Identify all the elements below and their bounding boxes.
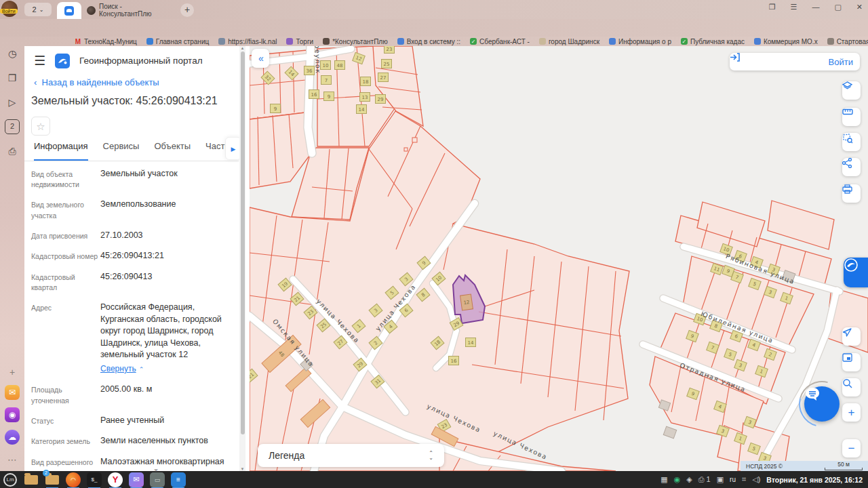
building: 14 — [357, 105, 367, 114]
scrollbar-thumb[interactable] — [241, 52, 245, 434]
road — [308, 46, 312, 153]
bookmark-item[interactable]: Торги — [286, 38, 313, 45]
volume-icon[interactable]: ◁) — [752, 475, 760, 484]
minimap-button[interactable] — [842, 353, 861, 371]
messenger-icon[interactable]: ◉ — [5, 407, 20, 422]
building-number: 13 — [362, 95, 368, 100]
field-row: Дата присвоения27.10.2003 — [31, 230, 239, 242]
bookmark-item[interactable]: МТехноКад-Муниц — [75, 38, 137, 45]
tab-nspd[interactable] — [57, 2, 81, 19]
building-number: 23 — [387, 47, 393, 52]
street-label: переулок — [313, 46, 322, 75]
cloud-icon[interactable]: ☁ — [5, 430, 20, 445]
bookmark-item[interactable]: Коммерция МО.х — [754, 38, 818, 45]
collapse-address-link[interactable]: Свернуть⌃ — [100, 363, 144, 375]
more-apps-icon[interactable]: ⋯ — [5, 452, 20, 467]
firefox-button[interactable]: ◠ — [66, 472, 81, 487]
tray-printer-icon[interactable]: ⎙ 1 — [698, 475, 711, 484]
bookmark-item[interactable]: *КонсультантПлю — [323, 38, 388, 45]
panel-scrollbar[interactable]: ▲ ▼ — [239, 46, 245, 471]
minimize-icon[interactable]: — — [812, 3, 819, 12]
map-canvas[interactable]: 3214361048127169181314923252729910835364… — [250, 46, 868, 471]
tab-Сервисы[interactable]: Сервисы — [103, 141, 140, 161]
bookmark-item[interactable]: Стартовая стран — [827, 38, 868, 45]
bookmark-favicon — [286, 38, 293, 45]
taskbar: Lm 2 ◠ $_ Y ✉ ▭ ≡ ▦ ◉ ◈ ⎙ 1 ▣ ru ⌗ ◁) Вт… — [0, 471, 868, 488]
video-icon[interactable]: ▷ — [5, 95, 20, 110]
yandex-mail-icon[interactable]: ✉ — [5, 385, 20, 400]
legend-label: Легенда — [269, 450, 304, 461]
building: 9 — [271, 104, 281, 113]
menu-icon[interactable]: ☰ — [791, 3, 797, 12]
mint-menu-button[interactable]: Lm — [3, 472, 18, 487]
tab-Объекты[interactable]: Объекты — [154, 141, 191, 161]
nspd-assistant-tab[interactable] — [844, 258, 868, 287]
browser-profile-avatar[interactable]: Войти — [1, 1, 18, 17]
tab-count-icon[interactable]: 2 — [5, 119, 20, 134]
bookmark-item[interactable]: https://fias-lk.nal — [218, 38, 277, 45]
tray-sync-icon[interactable]: ◉ — [674, 475, 681, 484]
tab-consultant[interactable]: Поиск - КонсультантПлю — [87, 3, 175, 18]
hamburger-menu-icon[interactable]: ☰ — [34, 53, 45, 68]
tab-Информация[interactable]: Информация — [34, 141, 88, 161]
collapse-panel-button[interactable]: « — [252, 49, 269, 68]
bookmark-item[interactable]: ✓Публичная кадас — [681, 38, 745, 45]
bookmark-item[interactable]: Информация о р — [609, 38, 671, 45]
screenshare-button[interactable]: ▭ — [150, 472, 165, 487]
network-icon[interactable]: ⌗ — [742, 475, 746, 484]
tray-shield-icon[interactable]: ◈ — [686, 475, 692, 484]
bookmark-item[interactable]: ✓Сбербанк-АСТ - — [470, 38, 530, 45]
terminal-button[interactable]: $_ — [87, 472, 102, 487]
bookmark-favicon — [397, 38, 404, 45]
favorite-star-button[interactable]: ☆ — [31, 117, 50, 136]
writer-button[interactable]: ≡ — [171, 472, 186, 487]
new-tab-button[interactable]: + — [180, 3, 194, 17]
tab-counter[interactable]: 2 ⌄ — [24, 3, 52, 16]
attribution-text: НСПД 2025 © — [746, 463, 783, 470]
bookmark-item[interactable]: Главная страниц — [146, 38, 209, 45]
yandex-browser-button[interactable]: Y — [108, 472, 123, 487]
share-button[interactable] — [842, 158, 861, 176]
chat-button[interactable] — [804, 386, 840, 422]
yandex-icon: Y — [113, 474, 119, 485]
field-row: Кадастровый номер45:26:090413:21 — [31, 250, 239, 262]
tray-indicator-icon[interactable]: ▣ — [717, 475, 724, 484]
keyboard-layout[interactable]: ru — [730, 476, 736, 483]
share-icon — [842, 158, 852, 168]
legend-bar[interactable]: Легенда ⌃⌄ — [258, 444, 444, 467]
add-service-icon[interactable]: + — [5, 365, 20, 380]
history-icon[interactable]: ◷ — [5, 46, 20, 61]
panel-tabs: ИнформацияСервисыОбъектыЧасти ЗУСостаГ — [24, 141, 239, 161]
files-app-button[interactable] — [24, 472, 39, 487]
screenshot-icon[interactable]: ⎙ — [5, 144, 20, 159]
panel-toggle-icon[interactable]: ❐ — [769, 3, 776, 12]
layers-button[interactable] — [842, 81, 861, 100]
bookmark-item[interactable]: город Шадринск — [539, 38, 599, 45]
back-to-results-link[interactable]: ‹ Назад в найденные объекты — [34, 77, 159, 87]
search-extent-button[interactable] — [842, 378, 861, 396]
bookmark-item[interactable]: Вход в систему :: — [397, 38, 460, 45]
print-button[interactable] — [842, 184, 861, 203]
building: 48 — [335, 61, 345, 70]
field-label: Статус — [31, 415, 100, 427]
close-icon[interactable]: ✕ — [856, 3, 863, 12]
bookmark-favicon: ✓ — [681, 38, 688, 45]
map-login-button[interactable]: Войти — [730, 53, 860, 70]
files-window-button[interactable]: 2 — [45, 472, 60, 487]
scroll-up-icon[interactable]: ▲ — [239, 46, 245, 50]
cadastral-map: 3214361048127169181314923252729910835364… — [250, 46, 868, 471]
legend-collapse-icon[interactable]: ⌃⌄ — [429, 451, 433, 460]
maximize-icon[interactable]: ▢ — [834, 3, 841, 12]
clock[interactable]: Вторник, 21 янв 2025, 16:12 — [766, 476, 863, 484]
zoom-out-button[interactable]: − — [842, 439, 861, 458]
locate-button[interactable] — [842, 327, 861, 346]
field-label: Вид объекта недвижимости — [31, 168, 100, 190]
area-search-button[interactable] — [842, 133, 861, 151]
magnifier-icon — [842, 378, 852, 388]
bookmark-label: Стартовая стран — [837, 38, 868, 45]
measure-button[interactable] — [842, 108, 861, 126]
tabs-panel-icon[interactable]: ❐ — [5, 70, 20, 85]
tray-app-icon[interactable]: ▦ — [660, 475, 667, 484]
mail-app-button[interactable]: ✉ — [129, 472, 144, 487]
cadastral-parcel[interactable] — [768, 201, 834, 249]
